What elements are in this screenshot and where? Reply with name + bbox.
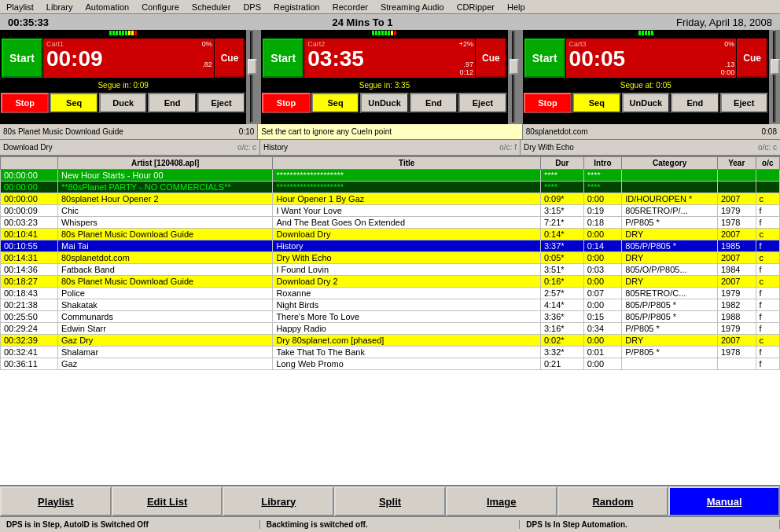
row-title: Dry With Echo: [273, 252, 541, 264]
row-time: 00:10:55: [1, 240, 58, 252]
toolbar-editlist-button[interactable]: Edit List: [112, 486, 223, 516]
table-row[interactable]: 00:10:4180s Planet Music Download GuideD…: [1, 229, 780, 240]
row-intro: 0:00: [583, 335, 622, 347]
row-year: [717, 358, 756, 370]
menu-scheduler[interactable]: Scheduler: [186, 2, 237, 12]
menu-dps[interactable]: DPS: [237, 2, 267, 12]
row-title: History: [273, 240, 541, 252]
row-dur: 0:09*: [540, 193, 583, 205]
table-row[interactable]: 00:00:0080splanet Hour Opener 2Hour Open…: [1, 193, 780, 205]
cart2-offset: 0:12: [459, 68, 473, 76]
menu-recorder[interactable]: Recorder: [326, 2, 374, 12]
info-row2-center-title: History: [263, 143, 499, 152]
cart1-cue-button[interactable]: Cue: [215, 39, 245, 78]
row-time: 00:00:09: [1, 205, 58, 217]
table-row[interactable]: 00:03:23WhispersAnd The Beat Goes On Ext…: [1, 217, 780, 229]
cart3-end-button[interactable]: End: [671, 93, 719, 113]
cart2-end-button[interactable]: End: [410, 93, 458, 113]
cart1-fader-handle[interactable]: [248, 59, 257, 75]
row-artist: 80s Planet Music Download Guide: [57, 276, 272, 288]
table-row[interactable]: 00:18:2780s Planet Music Download GuideD…: [1, 276, 780, 288]
row-title: ********************: [273, 182, 541, 193]
cart3-fader-handle[interactable]: [771, 59, 780, 75]
toolbar-split-button[interactable]: Split: [334, 486, 446, 516]
row-title: Take That To The Bank: [273, 347, 541, 358]
info-row-2: Download Dry o/c: c History o/c: f Dry W…: [0, 140, 780, 156]
table-row[interactable]: 00:00:00**80sPlanet PARTY - NO COMMERCIA…: [1, 182, 780, 193]
row-year: 1978: [717, 217, 756, 229]
row-artist: Gaz Dry: [57, 335, 272, 347]
table-row[interactable]: 00:00:00New Hour Starts - Hour 00*******…: [1, 170, 780, 182]
table-row[interactable]: 00:14:3180splanetdot.comDry With Echo0:0…: [1, 252, 780, 264]
row-dur: 7:21*: [540, 217, 583, 229]
divider2: [520, 30, 522, 124]
cart1-vu: [0, 30, 246, 36]
table-row[interactable]: 00:10:55Mai TaiHistory3:37*0:14805/P/P80…: [1, 240, 780, 252]
table-row[interactable]: 00:14:36Fatback BandI Found Lovin3:51*0:…: [1, 264, 780, 276]
row-oc: f: [756, 264, 779, 276]
cart2-fader[interactable]: [508, 30, 519, 124]
playlist-table: Artist [120408.apl] Title Dur Intro Cate…: [0, 156, 780, 370]
cart3-fader[interactable]: [769, 30, 780, 124]
menu-registration[interactable]: Registration: [267, 2, 326, 12]
menu-streaming-audio[interactable]: Streaming Audio: [374, 2, 451, 12]
toolbar-playlist-button[interactable]: Playlist: [0, 486, 112, 516]
row-title: Hour Opener 1 By Gaz: [273, 193, 541, 205]
row-year: 2007: [717, 252, 756, 264]
menu-configure[interactable]: Configure: [135, 2, 186, 12]
cart2-eject-button[interactable]: Eject: [458, 93, 506, 113]
toolbar-random-button[interactable]: Random: [557, 486, 669, 516]
table-row[interactable]: 00:21:38ShakatakNight Birds4:14*0:00805/…: [1, 299, 780, 311]
cart2-fader-handle[interactable]: [510, 59, 519, 75]
row-oc: c: [756, 252, 779, 264]
cart2-stop-button[interactable]: Stop: [262, 93, 310, 113]
cart3-section: Start Cart3 00:05 0% .13 0:00 Cue Segue …: [523, 30, 780, 124]
row-oc: f: [756, 288, 779, 299]
cart1-fader[interactable]: [246, 30, 257, 124]
menu-library[interactable]: Library: [40, 2, 79, 12]
cart3-seq-button[interactable]: Seq: [572, 93, 620, 113]
menu-help[interactable]: Help: [501, 2, 532, 12]
table-row[interactable]: 00:32:41ShalamarTake That To The Bank3:3…: [1, 347, 780, 358]
cart2-seq-button[interactable]: Seq: [311, 93, 359, 113]
cart3-unduck-button[interactable]: UnDuck: [622, 93, 670, 113]
menu-playlist[interactable]: Playlist: [0, 2, 40, 12]
info-row2-right: Dry With Echo o/c: c: [521, 140, 780, 155]
toolbar-library-button[interactable]: Library: [223, 486, 334, 516]
toolbar-manual-button[interactable]: Manual: [668, 486, 780, 516]
table-row[interactable]: 00:25:50CommunardsThere's More To Love3:…: [1, 311, 780, 323]
playlist-container[interactable]: Artist [120408.apl] Title Dur Intro Cate…: [0, 156, 780, 485]
toolbar-image-button[interactable]: Image: [446, 486, 557, 516]
row-title: I Found Lovin: [273, 264, 541, 276]
cart1-stop-button[interactable]: Stop: [1, 93, 49, 113]
cart1-end-button[interactable]: End: [148, 93, 196, 113]
table-row[interactable]: 00:32:39Gaz DryDry 80splanet.com [phased…: [1, 335, 780, 347]
cart3-start-button[interactable]: Start: [524, 39, 565, 78]
row-oc: c: [756, 335, 779, 347]
cart3-stop-button[interactable]: Stop: [524, 93, 572, 113]
menu-automation[interactable]: Automation: [79, 2, 135, 12]
row-dur: ****: [540, 182, 583, 193]
cart1-start-button[interactable]: Start: [2, 39, 42, 78]
cart1-eject-button[interactable]: Eject: [197, 93, 245, 113]
menu-cdripper[interactable]: CDRipper: [451, 2, 501, 12]
info-row1-right-title: 80splanetdot.com: [523, 127, 749, 137]
row-time: 00:32:39: [1, 335, 58, 347]
cart3-cue-button[interactable]: Cue: [737, 39, 767, 78]
col-year: Year: [717, 157, 756, 170]
table-row[interactable]: 00:36:11GazLong Web Promo0:210:00f: [1, 358, 780, 370]
cart2-cue-button[interactable]: Cue: [476, 39, 506, 78]
row-cat: [622, 358, 718, 370]
cart1-seq-button[interactable]: Seq: [50, 93, 98, 113]
cart2-unduck-button[interactable]: UnDuck: [360, 93, 408, 113]
row-oc: [756, 170, 779, 182]
cart1-duck-button[interactable]: Duck: [99, 93, 147, 113]
row-oc: f: [756, 205, 779, 217]
cart2-start-button[interactable]: Start: [263, 39, 304, 78]
table-row[interactable]: 00:29:24Edwin StarrHappy Radio3:16*0:34P…: [1, 323, 780, 335]
cart3-eject-button[interactable]: Eject: [720, 93, 768, 113]
table-row[interactable]: 00:00:09ChicI Want Your Love3:15*0:19805…: [1, 205, 780, 217]
col-oc: o/c: [756, 157, 779, 170]
row-oc: c: [756, 229, 779, 240]
table-row[interactable]: 00:18:43PoliceRoxanne2:57*0:07805RETRO/C…: [1, 288, 780, 299]
